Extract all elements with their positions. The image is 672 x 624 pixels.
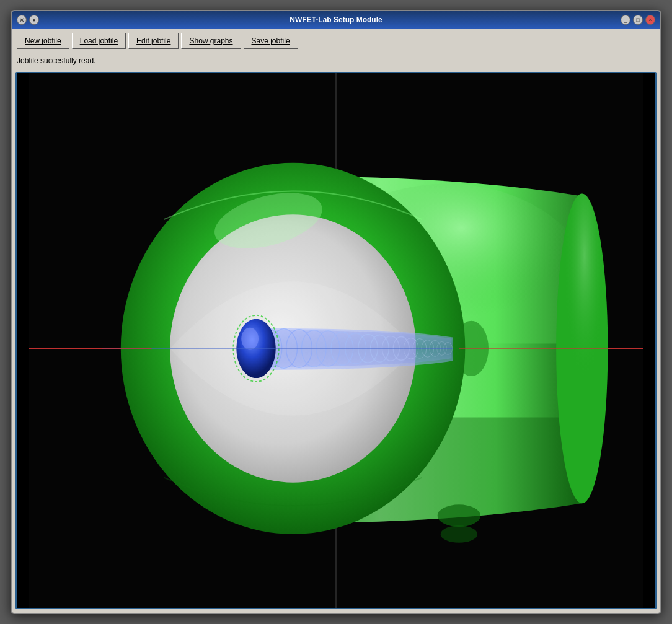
3d-viewport[interactable] — [15, 72, 657, 609]
title-bar-left-icon2[interactable]: ● — [29, 15, 39, 25]
show-graphs-button[interactable]: Show graphs — [181, 33, 241, 49]
scene-canvas — [17, 73, 655, 608]
svg-point-8 — [438, 504, 480, 527]
main-window: ✕ ● NWFET-Lab Setup Module _ □ × New job… — [11, 10, 661, 614]
status-bar: Jobfile succesfully read. — [12, 53, 660, 68]
toolbar: New jobfile Load jobfile Edit jobfile Sh… — [12, 29, 660, 53]
new-jobfile-button[interactable]: New jobfile — [17, 33, 69, 49]
title-bar: ✕ ● NWFET-Lab Setup Module _ □ × — [12, 11, 660, 29]
svg-point-31 — [241, 328, 259, 350]
3d-scene-svg — [17, 73, 655, 608]
window-controls: _ □ × — [621, 15, 655, 25]
window-title: NWFET-Lab Setup Module — [290, 15, 382, 24]
title-bar-left-icon[interactable]: ✕ — [17, 15, 27, 25]
status-message: Jobfile succesfully read. — [17, 56, 95, 65]
close-button[interactable]: × — [645, 15, 655, 25]
edit-jobfile-button[interactable]: Edit jobfile — [128, 33, 179, 49]
load-jobfile-button[interactable]: Load jobfile — [72, 33, 126, 49]
minimize-button[interactable]: _ — [621, 15, 630, 25]
svg-point-9 — [441, 525, 478, 543]
maximize-button[interactable]: □ — [633, 15, 643, 25]
save-jobfile-button[interactable]: Save jobfile — [244, 33, 298, 49]
